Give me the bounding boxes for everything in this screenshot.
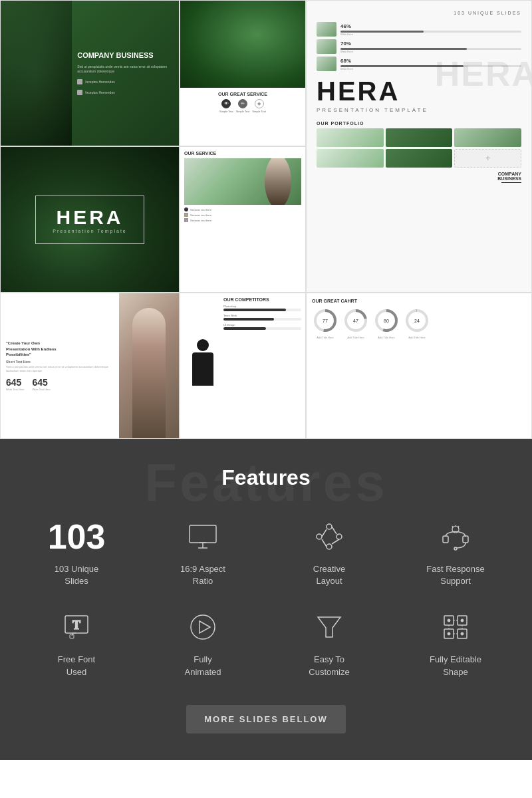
svg-text:77: 77: [323, 319, 328, 323]
slide-6-numbers: 645 Write Text Here 645 Write Text Here: [6, 377, 114, 391]
slide-7-person-area: [184, 297, 221, 434]
svg-line-23: [322, 539, 327, 547]
funnel-svg: [313, 610, 346, 644]
slide-6-short-text: Short Text Here: [6, 360, 114, 364]
slide-thumb-8: OUR GREAT CAHRT 77 Add Title Here 47: [306, 293, 532, 439]
service-row-text-3: Services text here: [190, 219, 211, 222]
chart-item-2: 47 Add Title Here: [342, 307, 369, 339]
comp-bar-teamwork: Team Work: [223, 314, 301, 321]
person-body: [192, 352, 213, 386]
stat-bar-2: 70% Write Here: [340, 41, 521, 53]
slide-thumb-4: OUR SERVICE Services text here 🔒 Service…: [180, 146, 306, 293]
feature-creative-layout: CreativeLayout: [273, 517, 386, 587]
slide-thumb-7: OUR COMPETITORS Photoshop Team Work UI D…: [180, 293, 306, 439]
svg-text:24: 24: [414, 319, 420, 323]
comp-label-3: UI Design: [223, 323, 301, 327]
portfolio-add: +: [454, 149, 521, 168]
slide-1-icon-row-1: Inceptos Hemendes: [77, 79, 174, 84]
stat-label-1: Write Here: [340, 33, 521, 36]
play-svg: [186, 610, 219, 644]
slide-5-portfolio-title: OUR PORTFOLIO: [317, 121, 521, 126]
comp-bar-photoshop: Photoshop: [223, 305, 301, 311]
svg-text:80: 80: [384, 319, 389, 323]
chart-circles: 77 Add Title Here 47 Add Title Here: [312, 307, 526, 339]
features-grid: 103 103 UniqueSlides 16:9 AspectRatio: [20, 517, 512, 678]
slide-2-title: OUR GREAT SERVICE: [184, 92, 301, 96]
slide-7-right: OUR COMPETITORS Photoshop Team Work UI D…: [223, 297, 301, 434]
service-text-3: Simple Text: [252, 110, 266, 113]
slide-6-right: [119, 293, 179, 438]
slide-2-top-image: [180, 1, 305, 88]
svg-line-21: [332, 527, 336, 534]
service-row-3: ↓ Services text here: [184, 218, 301, 222]
slide-3-hera: HERA: [53, 206, 127, 229]
service-circle-1: 👁: [221, 99, 231, 108]
comp-bar-uidesign: UI Design: [223, 323, 301, 330]
svg-point-34: [191, 615, 215, 639]
comp-label-2: Team Work: [223, 314, 301, 317]
slide-6-left: "Create Your OwnPresentation With Endles…: [1, 293, 119, 438]
chart-label-3: Add Title Here: [378, 336, 394, 339]
service-circle-2: ✏: [238, 99, 247, 108]
portfolio-1: [317, 128, 384, 147]
donut-3: 80: [373, 307, 400, 334]
service-row-2: 🔒 Services text here: [184, 213, 301, 217]
stat-percent-1: 46%: [340, 23, 521, 29]
shapes-svg: [439, 610, 472, 644]
service-item-3: ◆ Simple Text: [252, 99, 266, 113]
service-row-text-2: Services text here: [190, 213, 211, 217]
service-text-2: Simple Text: [236, 110, 250, 113]
svg-text:47: 47: [353, 319, 358, 323]
feature-label-font: Free FontUsed: [58, 654, 95, 678]
svg-marker-36: [318, 617, 340, 637]
slide-1-fern-bg: [1, 1, 72, 146]
font-icon: T: [57, 607, 96, 647]
portfolio-5: [386, 149, 453, 168]
feature-free-font: T Free FontUsed: [20, 607, 133, 678]
portfolio-grid: +: [317, 128, 521, 168]
more-slides-button[interactable]: MORE SLIDES BELLOW: [186, 705, 346, 733]
stat-row-2: 70% Write Here: [317, 39, 521, 54]
slide-8-title: OUR GREAT CAHRT: [312, 299, 526, 303]
slide-6-quote: "Create Your OwnPresentation With Endles…: [6, 340, 114, 357]
comp-label-1: Photoshop: [223, 305, 301, 308]
monitor-icon: [183, 517, 223, 557]
svg-rect-24: [443, 536, 448, 543]
feature-label-fast: Fast ResponseSupport: [426, 563, 484, 587]
slide-1-label-1: Inceptos Hemendes: [85, 80, 114, 84]
slide-1-text: Sed ut perspiciatis unde omnis iste natu…: [77, 65, 174, 74]
service-text-1: Simple Text: [219, 110, 233, 113]
slide-3-sub: Presentation Template: [53, 229, 127, 233]
stat-img-1: [317, 22, 336, 37]
slide-5-hera-sub: PRESENTATION TEMPLATE: [317, 107, 521, 113]
slide-6-num-label-2: Write Text Here: [32, 388, 50, 391]
slide-2-fern-bg: [180, 1, 305, 88]
slide-thumb-6: "Create Your OwnPresentation With Endles…: [0, 293, 180, 439]
number-item-1: 645 Write Text Here: [6, 377, 24, 391]
service-row-1: Services text here: [184, 207, 301, 211]
slide-1-title: COMPANY BUSINESS: [77, 51, 174, 60]
stat-percent-2: 70%: [340, 41, 521, 47]
stat-label-2: Write Here: [340, 50, 521, 53]
chart-item-3: 80 Add Title Here: [373, 307, 400, 339]
feature-label-slides: 103 UniqueSlides: [55, 563, 99, 587]
slide-thumb-1: COMPANY BUSINESS Sed ut perspiciatis und…: [0, 0, 180, 146]
chart-item-1: 77 Add Title Here: [312, 307, 338, 339]
slide-1-right: COMPANY BUSINESS Sed ut perspiciatis und…: [72, 1, 179, 146]
feature-label-editable: Fully EditableShape: [430, 654, 481, 678]
stat-img-2: [317, 39, 336, 54]
stat-row-1: 46% Write Here: [317, 22, 521, 37]
slide-6-num-1: 645: [6, 377, 24, 388]
stat-img-3: [317, 57, 336, 71]
slide-thumb-5: 103 UNIQUE SLIDES 46% Write Here 70%: [306, 0, 532, 293]
slide-1-icon-row-2: Inceptos Hemendes: [77, 90, 174, 95]
features-section: Features Features 103 103 UniqueSlides 1…: [0, 439, 532, 760]
service-dot-1: [184, 207, 188, 211]
slide-thumb-2: OUR GREAT SERVICE 👁 Simple Text ✏ Simple…: [180, 0, 306, 146]
slide-1-label-2: Inceptos Hemendes: [85, 90, 114, 94]
slide-1-left: [1, 1, 72, 146]
slides-number: 103: [48, 519, 106, 554]
svg-rect-25: [463, 536, 468, 543]
feature-label-aspect: 16:9 AspectRatio: [180, 563, 225, 587]
svg-marker-35: [200, 621, 210, 633]
